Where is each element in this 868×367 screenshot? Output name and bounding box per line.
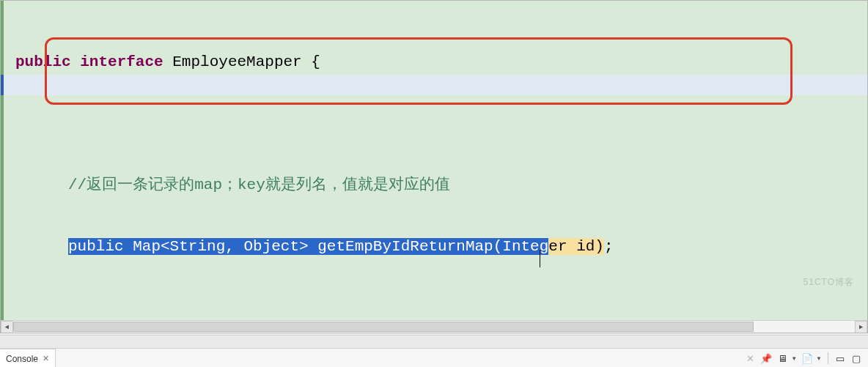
gutter-selection-marker	[1, 75, 4, 95]
code-line[interactable]: //返回一条记录的map；key就是列名，值就是对应的值	[1, 175, 867, 196]
keyword: public	[15, 53, 71, 70]
console-toolbar: ✕ 📌 🖥▼ 📄▼ ▭ ▢	[744, 352, 868, 364]
code-line[interactable]: public Map<String, Object> getEmpByIdRet…	[1, 237, 867, 257]
clear-console-icon[interactable]: ✕	[744, 352, 756, 364]
comment: //返回一条记录的map；key就是列名，值就是对应的值	[68, 177, 450, 193]
horizontal-scrollbar[interactable]: ◄ ►	[1, 320, 867, 333]
display-selected-console-icon[interactable]: 🖥	[776, 352, 788, 364]
scrollbar-track[interactable]	[13, 321, 855, 333]
dropdown-arrow-icon[interactable]: ▼	[791, 355, 797, 362]
drop-target-hint: er id)	[548, 238, 604, 255]
code-line	[1, 114, 867, 134]
text-selection[interactable]: g	[540, 238, 549, 255]
text: ;	[604, 238, 614, 255]
code-line[interactable]: public interface EmployeeMapper {	[1, 52, 867, 73]
console-tab-label: Console	[6, 354, 38, 364]
separator	[828, 352, 828, 364]
scroll-right-button[interactable]: ►	[855, 321, 867, 333]
pin-console-icon[interactable]: 📌	[760, 352, 772, 364]
close-icon[interactable]: ✕	[43, 354, 49, 363]
code-line	[1, 298, 867, 319]
keyword: interface	[80, 53, 163, 70]
text	[163, 53, 173, 70]
scrollbar-thumb[interactable]	[13, 322, 754, 332]
scroll-left-button[interactable]: ◄	[1, 321, 13, 333]
text-selection[interactable]: public Map<String, Object> getEmpByIdRet…	[68, 238, 540, 255]
code-editor[interactable]: public interface EmployeeMapper { //返回一条…	[0, 0, 868, 333]
minimize-icon[interactable]: ▭	[834, 352, 846, 364]
maximize-icon[interactable]: ▢	[850, 352, 862, 364]
console-tab[interactable]: Console ✕	[0, 349, 56, 367]
code-area[interactable]: public interface EmployeeMapper { //返回一条…	[1, 1, 867, 333]
dropdown-arrow-icon[interactable]: ▼	[816, 355, 822, 362]
type-name: EmployeeMapper {	[172, 53, 320, 70]
console-panel-tabbar[interactable]: Console ✕ ✕ 📌 🖥▼ 📄▼ ▭ ▢	[0, 335, 868, 367]
open-console-icon[interactable]: 📄	[801, 352, 813, 364]
text	[71, 53, 81, 70]
